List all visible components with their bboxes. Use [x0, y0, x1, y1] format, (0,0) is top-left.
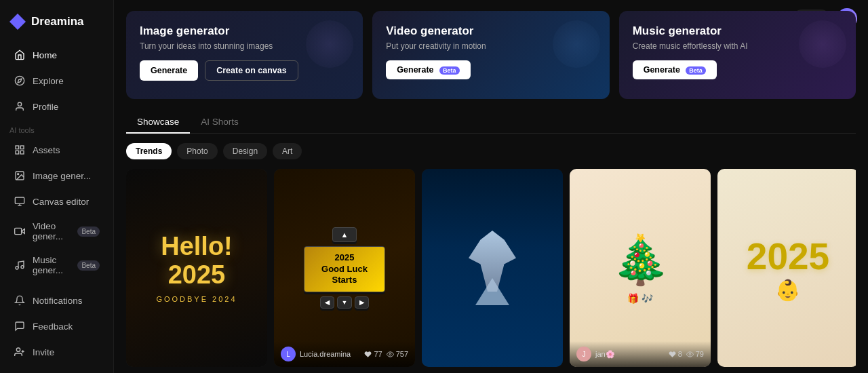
video-generator-card: Video generator Put your creativity in m… — [372, 11, 609, 99]
username-goodluck: Lucia.dreamina — [300, 350, 360, 358]
svg-rect-13 — [15, 228, 22, 234]
sidebar-item-image-gen[interactable]: Image gener... — [4, 163, 109, 188]
sidebar-label-assets: Assets — [33, 145, 60, 155]
feedback-icon — [14, 320, 26, 332]
svg-rect-5 — [20, 151, 24, 154]
heart-icon-2 — [669, 351, 676, 358]
sidebar: Dreamina Home Explore Profile AI to — [0, 0, 114, 373]
svg-point-2 — [18, 102, 21, 106]
generator-cards: Image generator Turn your ideas into stu… — [126, 11, 856, 99]
sidebar-label-feedback: Feedback — [33, 321, 73, 332]
tab-ai-shorts[interactable]: AI Shorts — [190, 111, 250, 134]
image-generate-button[interactable]: Generate — [140, 60, 198, 81]
sidebar-item-canvas[interactable]: Canvas editor — [4, 189, 109, 214]
music-gen-badge: Beta — [77, 260, 100, 271]
sidebar-item-home[interactable]: Home — [4, 43, 109, 67]
sidebar-label-home: Home — [33, 50, 57, 60]
create-on-canvas-button[interactable]: Create on canvas — [205, 60, 298, 81]
goodbye2024-text: GOODBYE 2024 — [156, 295, 237, 303]
filter-design[interactable]: Design — [223, 143, 267, 159]
sidebar-item-profile[interactable]: Profile — [4, 94, 109, 119]
christmas-tree-emoji: 🎄 — [611, 232, 670, 288]
image-generator-card: Image generator Turn your ideas into stu… — [126, 11, 363, 99]
gallery-overlay-christmas: J jan🌸 8 79 — [570, 341, 711, 367]
video-beta-badge: Beta — [439, 66, 460, 75]
sidebar-item-assets[interactable]: Assets — [4, 138, 109, 162]
gallery-item-shark[interactable] — [422, 169, 563, 367]
gallery-item-goodluck[interactable]: ▲ 2025Good LuckStarts ◀ ▼ ▶ L Lucia.drea… — [274, 169, 415, 367]
main-content: 1 V Image generator Turn your ideas into… — [114, 0, 868, 373]
compass-icon — [14, 75, 26, 87]
filter-trends[interactable]: Trends — [126, 143, 172, 159]
invite-icon — [14, 346, 26, 358]
svg-point-14 — [16, 267, 18, 269]
hello2025-text: Hello!2025 — [161, 233, 233, 290]
views-goodluck: 757 — [387, 350, 408, 358]
sidebar-item-video-gen[interactable]: Video gener... Beta — [4, 215, 109, 248]
gallery-item-christmas[interactable]: 🎄 🎁 🎶 J jan🌸 8 79 — [570, 169, 711, 367]
logo-icon — [9, 14, 26, 30]
svg-rect-9 — [15, 197, 24, 203]
user-icon — [14, 100, 26, 113]
video-gen-badge: Beta — [77, 227, 100, 237]
svg-rect-3 — [16, 146, 19, 149]
logo[interactable]: Dreamina — [0, 8, 113, 42]
gallery-item-hello2025[interactable]: Hello!2025 GOODBYE 2024 — [126, 169, 267, 367]
views-christmas: 79 — [686, 350, 704, 358]
baby-emoji: 👶 — [775, 278, 800, 302]
filter-pills: Trends Photo Design Art — [126, 143, 856, 159]
gallery-overlay-goodluck: L Lucia.dreamina 77 757 — [274, 341, 415, 367]
shark-fin — [475, 278, 509, 305]
user-avatar-christmas: J — [576, 347, 591, 361]
tab-showcase[interactable]: Showcase — [126, 111, 190, 134]
svg-marker-1 — [18, 79, 22, 83]
bell-icon — [14, 294, 26, 307]
ai-tools-label: AI tools — [0, 119, 113, 137]
sidebar-label-canvas: Canvas editor — [33, 197, 89, 207]
gallery-item-baby[interactable]: 2025 👶 — [717, 169, 856, 367]
username-christmas: jan🌸 — [595, 350, 665, 359]
eye-icon — [387, 351, 394, 358]
filter-photo[interactable]: Photo — [177, 143, 217, 159]
sidebar-label-invite: Invite — [33, 347, 54, 357]
sidebar-label-image-gen: Image gener... — [33, 171, 91, 181]
sidebar-item-music-gen[interactable]: Music gener... Beta — [4, 249, 109, 281]
music-icon — [14, 259, 26, 271]
filter-art[interactable]: Art — [273, 143, 302, 159]
svg-point-0 — [15, 76, 24, 85]
sidebar-item-feedback[interactable]: Feedback — [4, 314, 109, 338]
eye-icon-2 — [686, 351, 694, 358]
svg-point-19 — [389, 353, 391, 355]
key-right: ▶ — [355, 296, 369, 309]
sidebar-label-profile: Profile — [33, 102, 58, 112]
video-icon — [14, 225, 26, 237]
card-decoration — [799, 20, 846, 68]
key-goodluck: 2025Good LuckStarts — [304, 246, 385, 293]
music-generate-button[interactable]: Generate Beta — [633, 60, 717, 79]
svg-rect-6 — [16, 151, 19, 154]
sidebar-item-invite[interactable]: Invite — [4, 340, 109, 364]
video-generate-button[interactable]: Generate Beta — [386, 60, 470, 79]
home-icon — [14, 49, 26, 61]
brand-name: Dreamina — [31, 15, 83, 28]
likes-goodluck: 77 — [364, 350, 382, 358]
svg-point-16 — [16, 348, 20, 351]
gallery: Hello!2025 GOODBYE 2024 ▲ 2025Good LuckS… — [126, 169, 856, 367]
sidebar-label-explore: Explore — [33, 76, 64, 86]
svg-point-15 — [21, 266, 24, 269]
svg-marker-12 — [22, 229, 25, 234]
sidebar-label-notifications: Notifications — [33, 296, 83, 306]
key-bottom: ▼ — [337, 296, 353, 309]
grid-icon — [14, 144, 26, 156]
sidebar-item-notifications[interactable]: Notifications — [4, 288, 109, 313]
image-icon — [14, 170, 26, 182]
sidebar-label-video-gen: Video gener... — [33, 221, 71, 241]
likes-christmas: 8 — [669, 350, 682, 358]
music-beta-badge: Beta — [686, 66, 706, 75]
svg-point-20 — [689, 353, 691, 355]
keyboard-visual: ▲ 2025Good LuckStarts ◀ ▼ ▶ — [304, 227, 385, 309]
svg-rect-4 — [20, 146, 24, 149]
user-avatar-goodluck: L — [281, 347, 296, 361]
sidebar-item-explore[interactable]: Explore — [4, 68, 109, 93]
music-generator-card: Music generator Create music effortlessl… — [619, 11, 856, 99]
